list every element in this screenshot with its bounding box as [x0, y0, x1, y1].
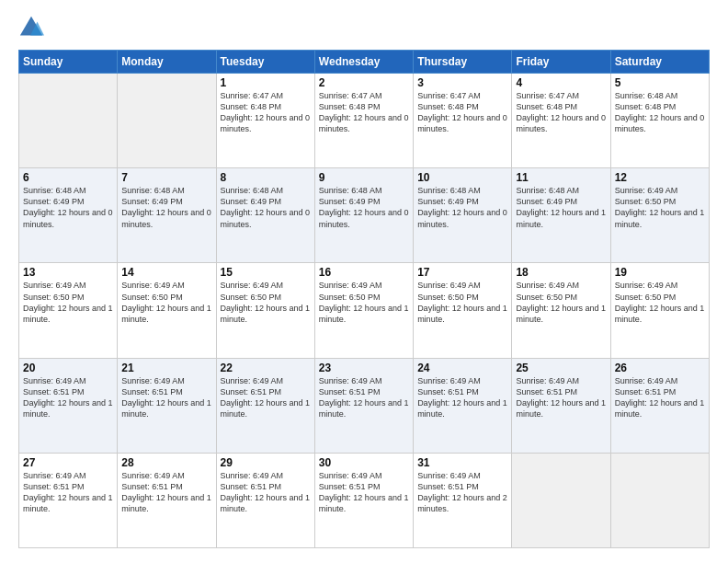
calendar-header-row: SundayMondayTuesdayWednesdayThursdayFrid… [19, 51, 710, 74]
calendar-row: 20Sunrise: 6:49 AM Sunset: 6:51 PM Dayli… [19, 358, 710, 453]
day-info: Sunrise: 6:47 AM Sunset: 6:48 PM Dayligh… [319, 90, 409, 135]
day-info: Sunrise: 6:49 AM Sunset: 6:50 PM Dayligh… [516, 280, 606, 325]
day-info: Sunrise: 6:48 AM Sunset: 6:48 PM Dayligh… [615, 90, 705, 135]
day-info: Sunrise: 6:47 AM Sunset: 6:48 PM Dayligh… [417, 90, 507, 135]
calendar-cell: 22Sunrise: 6:49 AM Sunset: 6:51 PM Dayli… [216, 358, 314, 453]
calendar-cell: 6Sunrise: 6:48 AM Sunset: 6:49 PM Daylig… [19, 168, 118, 263]
day-number: 11 [516, 171, 606, 184]
day-info: Sunrise: 6:49 AM Sunset: 6:51 PM Dayligh… [417, 470, 507, 515]
calendar-row: 6Sunrise: 6:48 AM Sunset: 6:49 PM Daylig… [19, 168, 710, 263]
calendar-row: 13Sunrise: 6:49 AM Sunset: 6:50 PM Dayli… [19, 263, 710, 358]
calendar-cell: 28Sunrise: 6:49 AM Sunset: 6:51 PM Dayli… [118, 453, 216, 547]
day-number: 5 [615, 76, 705, 89]
day-info: Sunrise: 6:47 AM Sunset: 6:48 PM Dayligh… [221, 90, 311, 135]
calendar-cell: 3Sunrise: 6:47 AM Sunset: 6:48 PM Daylig… [414, 74, 512, 168]
calendar-cell: 30Sunrise: 6:49 AM Sunset: 6:51 PM Dayli… [314, 453, 413, 547]
calendar-cell: 16Sunrise: 6:49 AM Sunset: 6:50 PM Dayli… [314, 263, 413, 358]
weekday-header: Saturday [610, 51, 709, 74]
day-info: Sunrise: 6:49 AM Sunset: 6:51 PM Dayligh… [23, 375, 113, 420]
logo-icon [18, 15, 44, 40]
weekday-header: Monday [118, 51, 216, 74]
calendar-row: 27Sunrise: 6:49 AM Sunset: 6:51 PM Dayli… [19, 453, 710, 547]
day-number: 21 [121, 362, 211, 374]
calendar-cell: 2Sunrise: 6:47 AM Sunset: 6:48 PM Daylig… [314, 74, 413, 168]
day-info: Sunrise: 6:49 AM Sunset: 6:51 PM Dayligh… [121, 470, 211, 515]
calendar-cell: 12Sunrise: 6:49 AM Sunset: 6:50 PM Dayli… [610, 168, 709, 263]
calendar-cell: 11Sunrise: 6:48 AM Sunset: 6:49 PM Dayli… [512, 168, 610, 263]
day-info: Sunrise: 6:48 AM Sunset: 6:49 PM Dayligh… [319, 185, 409, 230]
calendar-row: 1Sunrise: 6:47 AM Sunset: 6:48 PM Daylig… [19, 74, 710, 168]
calendar-cell: 21Sunrise: 6:49 AM Sunset: 6:51 PM Dayli… [118, 358, 216, 453]
day-number: 30 [319, 456, 409, 469]
weekday-header: Sunday [19, 51, 118, 74]
day-info: Sunrise: 6:48 AM Sunset: 6:49 PM Dayligh… [121, 185, 211, 230]
calendar-cell: 1Sunrise: 6:47 AM Sunset: 6:48 PM Daylig… [216, 74, 314, 168]
calendar-cell: 10Sunrise: 6:48 AM Sunset: 6:49 PM Dayli… [414, 168, 512, 263]
calendar-cell [118, 74, 216, 168]
weekday-header: Thursday [414, 51, 512, 74]
day-number: 27 [23, 456, 113, 469]
day-number: 3 [417, 76, 507, 89]
day-number: 2 [319, 76, 409, 89]
day-info: Sunrise: 6:49 AM Sunset: 6:50 PM Dayligh… [23, 280, 113, 325]
day-number: 25 [516, 362, 606, 374]
calendar-cell: 5Sunrise: 6:48 AM Sunset: 6:48 PM Daylig… [610, 74, 709, 168]
calendar-table: SundayMondayTuesdayWednesdayThursdayFrid… [18, 50, 710, 548]
day-number: 23 [319, 362, 409, 374]
weekday-header: Friday [512, 51, 610, 74]
day-number: 13 [23, 266, 113, 279]
logo [18, 15, 48, 40]
day-info: Sunrise: 6:49 AM Sunset: 6:50 PM Dayligh… [221, 280, 311, 325]
day-number: 10 [417, 171, 507, 184]
day-number: 17 [417, 266, 507, 279]
day-number: 15 [221, 266, 311, 279]
day-number: 16 [319, 266, 409, 279]
calendar-cell: 14Sunrise: 6:49 AM Sunset: 6:50 PM Dayli… [118, 263, 216, 358]
day-number: 28 [121, 456, 211, 469]
day-number: 24 [417, 362, 507, 374]
day-number: 31 [417, 456, 507, 469]
day-info: Sunrise: 6:49 AM Sunset: 6:51 PM Dayligh… [516, 375, 606, 420]
day-number: 20 [23, 362, 113, 374]
day-info: Sunrise: 6:49 AM Sunset: 6:50 PM Dayligh… [615, 280, 705, 325]
calendar-cell: 19Sunrise: 6:49 AM Sunset: 6:50 PM Dayli… [610, 263, 709, 358]
day-info: Sunrise: 6:49 AM Sunset: 6:51 PM Dayligh… [221, 470, 311, 515]
day-number: 4 [516, 76, 606, 89]
day-info: Sunrise: 6:48 AM Sunset: 6:49 PM Dayligh… [23, 185, 113, 230]
day-info: Sunrise: 6:49 AM Sunset: 6:51 PM Dayligh… [221, 375, 311, 420]
calendar-cell [512, 453, 610, 547]
day-number: 26 [615, 362, 705, 374]
day-info: Sunrise: 6:48 AM Sunset: 6:49 PM Dayligh… [516, 185, 606, 230]
calendar-cell: 18Sunrise: 6:49 AM Sunset: 6:50 PM Dayli… [512, 263, 610, 358]
calendar-cell: 23Sunrise: 6:49 AM Sunset: 6:51 PM Dayli… [314, 358, 413, 453]
day-info: Sunrise: 6:49 AM Sunset: 6:51 PM Dayligh… [23, 470, 113, 515]
day-info: Sunrise: 6:49 AM Sunset: 6:51 PM Dayligh… [615, 375, 705, 420]
weekday-header: Wednesday [314, 51, 413, 74]
day-number: 18 [516, 266, 606, 279]
day-number: 1 [221, 76, 311, 89]
calendar-cell: 4Sunrise: 6:47 AM Sunset: 6:48 PM Daylig… [512, 74, 610, 168]
day-number: 8 [221, 171, 311, 184]
day-number: 22 [221, 362, 311, 374]
day-info: Sunrise: 6:49 AM Sunset: 6:51 PM Dayligh… [319, 470, 409, 515]
calendar-cell: 31Sunrise: 6:49 AM Sunset: 6:51 PM Dayli… [414, 453, 512, 547]
calendar-cell: 20Sunrise: 6:49 AM Sunset: 6:51 PM Dayli… [19, 358, 118, 453]
day-info: Sunrise: 6:48 AM Sunset: 6:49 PM Dayligh… [221, 185, 311, 230]
calendar-cell [19, 74, 118, 168]
day-info: Sunrise: 6:49 AM Sunset: 6:51 PM Dayligh… [121, 375, 211, 420]
day-info: Sunrise: 6:47 AM Sunset: 6:48 PM Dayligh… [516, 90, 606, 135]
calendar-cell: 15Sunrise: 6:49 AM Sunset: 6:50 PM Dayli… [216, 263, 314, 358]
day-info: Sunrise: 6:49 AM Sunset: 6:50 PM Dayligh… [319, 280, 409, 325]
calendar-cell: 7Sunrise: 6:48 AM Sunset: 6:49 PM Daylig… [118, 168, 216, 263]
day-number: 19 [615, 266, 705, 279]
day-info: Sunrise: 6:49 AM Sunset: 6:50 PM Dayligh… [615, 185, 705, 230]
calendar-cell: 9Sunrise: 6:48 AM Sunset: 6:49 PM Daylig… [314, 168, 413, 263]
weekday-header: Tuesday [216, 51, 314, 74]
calendar-cell: 27Sunrise: 6:49 AM Sunset: 6:51 PM Dayli… [19, 453, 118, 547]
calendar-cell: 29Sunrise: 6:49 AM Sunset: 6:51 PM Dayli… [216, 453, 314, 547]
page: SundayMondayTuesdayWednesdayThursdayFrid… [0, 0, 728, 563]
calendar-cell [610, 453, 709, 547]
calendar-cell: 26Sunrise: 6:49 AM Sunset: 6:51 PM Dayli… [610, 358, 709, 453]
calendar-cell: 17Sunrise: 6:49 AM Sunset: 6:50 PM Dayli… [414, 263, 512, 358]
day-info: Sunrise: 6:49 AM Sunset: 6:51 PM Dayligh… [417, 375, 507, 420]
